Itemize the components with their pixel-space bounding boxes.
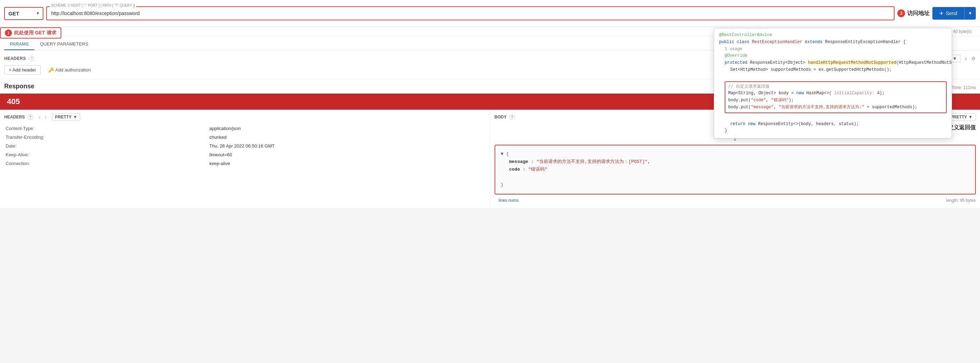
send-button[interactable]: ✈ Send — [932, 7, 964, 20]
add-header-button[interactable]: + Add header — [4, 65, 41, 75]
header-key: Connection: — [5, 159, 208, 167]
ann2-circle: 2 — [897, 10, 905, 17]
send-label: Send — [946, 11, 957, 16]
tab-query-params[interactable]: QUERY PARAMETERS — [34, 38, 94, 50]
code-comment: // 自定义请求返回值 — [728, 83, 943, 91]
table-row: Transfer-Encoding: chunked — [5, 133, 485, 141]
add-auth-label: Add authorization — [55, 67, 91, 73]
code-return: return new ResponseEntity<>(body, header… — [730, 121, 947, 128]
table-row: Connection: keep-alive — [5, 159, 485, 167]
resp-headers-arrows: ‹ › — [38, 113, 48, 121]
send-icon: ✈ — [939, 11, 943, 16]
code-put-message: body.put("message", "当前请求的方法不支持,支持的请求方法为… — [728, 104, 943, 111]
body-length-info: length: 95 bytes — [946, 198, 976, 203]
headers-help-icon[interactable]: ? — [29, 56, 34, 61]
json-code-row: code : "错误码" — [509, 166, 970, 174]
header-val: keep-alive — [209, 159, 485, 167]
json-message-row: message : "当前请求的方法不支持,支持的请求方法为：[POST]", — [509, 158, 970, 166]
code-put-code: body.put("code", "错误码"); — [728, 97, 943, 104]
response-headers-panel: HEADERS ? ‹ › pretty ▼ Content-Type: app… — [0, 110, 490, 208]
lines-nums-link[interactable]: lines nums — [495, 197, 523, 204]
json-open-brace: ▼ { — [501, 151, 509, 157]
next-arrow[interactable]: › — [43, 113, 48, 121]
collapse-button[interactable]: ‹ — [964, 55, 969, 62]
annotation-2: 2 访问地址 — [897, 10, 929, 17]
code-line-override: @Override — [725, 53, 947, 60]
ann1-text: 此处使用 GET 请求 — [14, 30, 56, 36]
form-dropdown-icon: ▼ — [953, 56, 957, 61]
json-close-brace: } — [501, 182, 504, 188]
code-line-method: protected ResponseEntity<Object> handleH… — [725, 60, 947, 67]
code-overlay-content: @RestControllerAdvice public class RestE… — [714, 29, 951, 138]
json-body: ▼ { message : "当前请求的方法不支持,支持的请求方法为：[POST… — [495, 145, 976, 194]
headers-label: HEADERS — [4, 56, 26, 61]
table-row: Date: Thu, 28 Apr 2022 06:50:16 GMT — [5, 142, 485, 150]
resp-headers-label: HEADERS — [4, 115, 25, 119]
code-hashmap: Map<String, Object> body = new HashMap<>… — [728, 90, 943, 97]
response-title: Response — [4, 83, 34, 90]
header-val: chunked — [209, 133, 485, 141]
method-select[interactable]: GET POST PUT DELETE — [5, 8, 33, 19]
resp-headers-header: HEADERS ? ‹ › pretty ▼ — [4, 113, 486, 121]
resp-pretty-dropdown[interactable]: pretty ▼ — [52, 113, 80, 121]
url-scheme-label: SCHEME :// HOST [ ":" PORT ] [ PATH [ "?… — [50, 3, 136, 7]
table-row: Keep-Alive: timeout=60 — [5, 151, 485, 159]
header-key: Transfer-Encoding: — [5, 133, 208, 141]
header-val: Thu, 28 Apr 2022 06:50:16 GMT — [209, 142, 485, 150]
resp-pretty-label: pretty — [55, 115, 72, 119]
body-pretty-label: pretty — [951, 115, 967, 119]
resp-pretty-icon: ▼ — [73, 115, 77, 119]
ann1-circle: 1 — [5, 29, 12, 37]
lock-icon: 🔑 — [48, 67, 54, 73]
code-blank1 — [719, 73, 947, 81]
code-blank2 — [719, 114, 947, 121]
url-input[interactable] — [47, 7, 894, 20]
method-select-wrapper: GET POST PUT DELETE ▼ — [4, 7, 43, 20]
table-row: Content-Type: application/json — [5, 124, 485, 132]
body-pretty-icon: ▼ — [969, 115, 973, 119]
code-line-usage: 1 usage — [725, 46, 947, 53]
resp-body-help[interactable]: ? — [509, 114, 515, 120]
url-input-wrapper: SCHEME :// HOST [ ":" PORT ] [ PATH [ "?… — [46, 6, 895, 20]
resp-body-label: BODY — [495, 115, 507, 119]
prev-arrow[interactable]: ‹ — [38, 113, 42, 121]
headers-table: Content-Type: application/json Transfer-… — [4, 124, 486, 168]
add-authorization-button[interactable]: 🔑 Add authorization — [44, 65, 95, 75]
send-group: ✈ Send ▼ — [932, 7, 976, 20]
ann2-text: 访问地址 — [907, 10, 929, 17]
resp-headers-help[interactable]: ? — [28, 114, 33, 120]
header-key: Keep-Alive: — [5, 151, 208, 159]
code-overlay: @RestControllerAdvice public class RestE… — [714, 28, 952, 139]
header-key: Date: — [5, 142, 208, 150]
tab-params[interactable]: PARAMS — [4, 38, 34, 50]
header-val: application/json — [209, 124, 485, 132]
code-line-annotation1: @RestControllerAdvice — [719, 32, 947, 39]
annotation-1: 1 此处使用 GET 请求 — [0, 27, 61, 38]
code-close-brace: } — [725, 127, 947, 135]
code-red-block: // 自定义请求返回值 Map<String, Object> body = n… — [725, 81, 947, 113]
send-dropdown-button[interactable]: ▼ — [964, 7, 976, 20]
header-key: Content-Type: — [5, 124, 208, 132]
gear-icon[interactable]: ⚙ — [971, 56, 976, 61]
method-dropdown-icon: ▼ — [33, 11, 43, 16]
code-line-set: Set<HttpMethod> supportedMethods = ex.ge… — [730, 67, 947, 73]
status-code: 405 — [7, 97, 20, 106]
code-line-class: public class RestExceptionHandler extend… — [719, 39, 947, 46]
header-val: timeout=60 — [209, 151, 485, 159]
